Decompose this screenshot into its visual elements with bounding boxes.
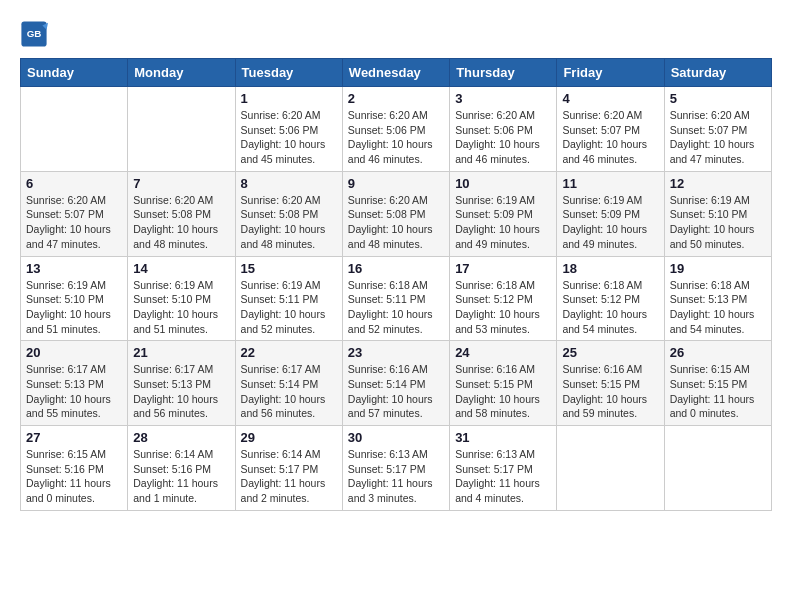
day-info: Sunrise: 6:17 AM Sunset: 5:13 PM Dayligh…	[26, 362, 122, 421]
weekday-header-row: SundayMondayTuesdayWednesdayThursdayFrid…	[21, 59, 772, 87]
day-number: 16	[348, 261, 444, 276]
day-number: 31	[455, 430, 551, 445]
calendar-cell: 10Sunrise: 6:19 AM Sunset: 5:09 PM Dayli…	[450, 171, 557, 256]
day-info: Sunrise: 6:19 AM Sunset: 5:09 PM Dayligh…	[562, 193, 658, 252]
calendar-cell: 24Sunrise: 6:16 AM Sunset: 5:15 PM Dayli…	[450, 341, 557, 426]
day-number: 19	[670, 261, 766, 276]
day-info: Sunrise: 6:20 AM Sunset: 5:08 PM Dayligh…	[241, 193, 337, 252]
calendar-cell	[21, 87, 128, 172]
calendar-cell	[664, 426, 771, 511]
day-number: 9	[348, 176, 444, 191]
day-info: Sunrise: 6:16 AM Sunset: 5:15 PM Dayligh…	[455, 362, 551, 421]
day-number: 4	[562, 91, 658, 106]
week-row-1: 1Sunrise: 6:20 AM Sunset: 5:06 PM Daylig…	[21, 87, 772, 172]
calendar-cell: 25Sunrise: 6:16 AM Sunset: 5:15 PM Dayli…	[557, 341, 664, 426]
day-number: 2	[348, 91, 444, 106]
day-number: 14	[133, 261, 229, 276]
calendar-cell: 3Sunrise: 6:20 AM Sunset: 5:06 PM Daylig…	[450, 87, 557, 172]
calendar-cell: 14Sunrise: 6:19 AM Sunset: 5:10 PM Dayli…	[128, 256, 235, 341]
weekday-monday: Monday	[128, 59, 235, 87]
day-number: 26	[670, 345, 766, 360]
day-number: 10	[455, 176, 551, 191]
day-number: 28	[133, 430, 229, 445]
calendar-cell: 13Sunrise: 6:19 AM Sunset: 5:10 PM Dayli…	[21, 256, 128, 341]
calendar-cell	[557, 426, 664, 511]
weekday-sunday: Sunday	[21, 59, 128, 87]
calendar-cell: 28Sunrise: 6:14 AM Sunset: 5:16 PM Dayli…	[128, 426, 235, 511]
calendar-cell: 22Sunrise: 6:17 AM Sunset: 5:14 PM Dayli…	[235, 341, 342, 426]
day-info: Sunrise: 6:20 AM Sunset: 5:07 PM Dayligh…	[670, 108, 766, 167]
calendar-cell: 26Sunrise: 6:15 AM Sunset: 5:15 PM Dayli…	[664, 341, 771, 426]
day-number: 7	[133, 176, 229, 191]
day-info: Sunrise: 6:19 AM Sunset: 5:10 PM Dayligh…	[26, 278, 122, 337]
day-number: 20	[26, 345, 122, 360]
day-number: 13	[26, 261, 122, 276]
calendar-cell: 21Sunrise: 6:17 AM Sunset: 5:13 PM Dayli…	[128, 341, 235, 426]
calendar-cell: 6Sunrise: 6:20 AM Sunset: 5:07 PM Daylig…	[21, 171, 128, 256]
week-row-5: 27Sunrise: 6:15 AM Sunset: 5:16 PM Dayli…	[21, 426, 772, 511]
day-info: Sunrise: 6:20 AM Sunset: 5:06 PM Dayligh…	[455, 108, 551, 167]
calendar-cell: 4Sunrise: 6:20 AM Sunset: 5:07 PM Daylig…	[557, 87, 664, 172]
day-number: 30	[348, 430, 444, 445]
calendar-cell: 29Sunrise: 6:14 AM Sunset: 5:17 PM Dayli…	[235, 426, 342, 511]
day-info: Sunrise: 6:19 AM Sunset: 5:10 PM Dayligh…	[670, 193, 766, 252]
day-info: Sunrise: 6:18 AM Sunset: 5:12 PM Dayligh…	[455, 278, 551, 337]
svg-text:GB: GB	[27, 28, 42, 39]
day-info: Sunrise: 6:16 AM Sunset: 5:15 PM Dayligh…	[562, 362, 658, 421]
week-row-3: 13Sunrise: 6:19 AM Sunset: 5:10 PM Dayli…	[21, 256, 772, 341]
logo-icon: GB	[20, 20, 48, 48]
calendar-cell: 12Sunrise: 6:19 AM Sunset: 5:10 PM Dayli…	[664, 171, 771, 256]
day-info: Sunrise: 6:18 AM Sunset: 5:11 PM Dayligh…	[348, 278, 444, 337]
day-info: Sunrise: 6:19 AM Sunset: 5:09 PM Dayligh…	[455, 193, 551, 252]
day-number: 17	[455, 261, 551, 276]
calendar-cell: 19Sunrise: 6:18 AM Sunset: 5:13 PM Dayli…	[664, 256, 771, 341]
day-info: Sunrise: 6:18 AM Sunset: 5:13 PM Dayligh…	[670, 278, 766, 337]
calendar-cell: 30Sunrise: 6:13 AM Sunset: 5:17 PM Dayli…	[342, 426, 449, 511]
day-number: 29	[241, 430, 337, 445]
weekday-saturday: Saturday	[664, 59, 771, 87]
day-info: Sunrise: 6:20 AM Sunset: 5:08 PM Dayligh…	[348, 193, 444, 252]
day-number: 15	[241, 261, 337, 276]
day-number: 22	[241, 345, 337, 360]
calendar-cell: 8Sunrise: 6:20 AM Sunset: 5:08 PM Daylig…	[235, 171, 342, 256]
day-info: Sunrise: 6:18 AM Sunset: 5:12 PM Dayligh…	[562, 278, 658, 337]
day-info: Sunrise: 6:14 AM Sunset: 5:16 PM Dayligh…	[133, 447, 229, 506]
day-info: Sunrise: 6:13 AM Sunset: 5:17 PM Dayligh…	[455, 447, 551, 506]
day-number: 8	[241, 176, 337, 191]
day-number: 18	[562, 261, 658, 276]
day-number: 25	[562, 345, 658, 360]
day-info: Sunrise: 6:17 AM Sunset: 5:14 PM Dayligh…	[241, 362, 337, 421]
calendar-table: SundayMondayTuesdayWednesdayThursdayFrid…	[20, 58, 772, 511]
calendar-cell: 20Sunrise: 6:17 AM Sunset: 5:13 PM Dayli…	[21, 341, 128, 426]
calendar-cell: 27Sunrise: 6:15 AM Sunset: 5:16 PM Dayli…	[21, 426, 128, 511]
day-number: 12	[670, 176, 766, 191]
week-row-2: 6Sunrise: 6:20 AM Sunset: 5:07 PM Daylig…	[21, 171, 772, 256]
weekday-wednesday: Wednesday	[342, 59, 449, 87]
calendar-cell: 16Sunrise: 6:18 AM Sunset: 5:11 PM Dayli…	[342, 256, 449, 341]
day-info: Sunrise: 6:16 AM Sunset: 5:14 PM Dayligh…	[348, 362, 444, 421]
calendar-cell: 9Sunrise: 6:20 AM Sunset: 5:08 PM Daylig…	[342, 171, 449, 256]
day-info: Sunrise: 6:15 AM Sunset: 5:16 PM Dayligh…	[26, 447, 122, 506]
calendar-cell: 23Sunrise: 6:16 AM Sunset: 5:14 PM Dayli…	[342, 341, 449, 426]
calendar-cell: 17Sunrise: 6:18 AM Sunset: 5:12 PM Dayli…	[450, 256, 557, 341]
day-number: 27	[26, 430, 122, 445]
day-number: 1	[241, 91, 337, 106]
week-row-4: 20Sunrise: 6:17 AM Sunset: 5:13 PM Dayli…	[21, 341, 772, 426]
calendar-cell: 5Sunrise: 6:20 AM Sunset: 5:07 PM Daylig…	[664, 87, 771, 172]
day-info: Sunrise: 6:20 AM Sunset: 5:07 PM Dayligh…	[562, 108, 658, 167]
weekday-friday: Friday	[557, 59, 664, 87]
day-info: Sunrise: 6:13 AM Sunset: 5:17 PM Dayligh…	[348, 447, 444, 506]
day-number: 21	[133, 345, 229, 360]
day-number: 11	[562, 176, 658, 191]
day-info: Sunrise: 6:17 AM Sunset: 5:13 PM Dayligh…	[133, 362, 229, 421]
calendar-cell: 15Sunrise: 6:19 AM Sunset: 5:11 PM Dayli…	[235, 256, 342, 341]
weekday-thursday: Thursday	[450, 59, 557, 87]
calendar-cell: 31Sunrise: 6:13 AM Sunset: 5:17 PM Dayli…	[450, 426, 557, 511]
page-header: GB	[20, 20, 772, 48]
day-info: Sunrise: 6:20 AM Sunset: 5:07 PM Dayligh…	[26, 193, 122, 252]
day-number: 23	[348, 345, 444, 360]
day-number: 24	[455, 345, 551, 360]
day-info: Sunrise: 6:20 AM Sunset: 5:06 PM Dayligh…	[241, 108, 337, 167]
day-info: Sunrise: 6:19 AM Sunset: 5:11 PM Dayligh…	[241, 278, 337, 337]
day-number: 3	[455, 91, 551, 106]
